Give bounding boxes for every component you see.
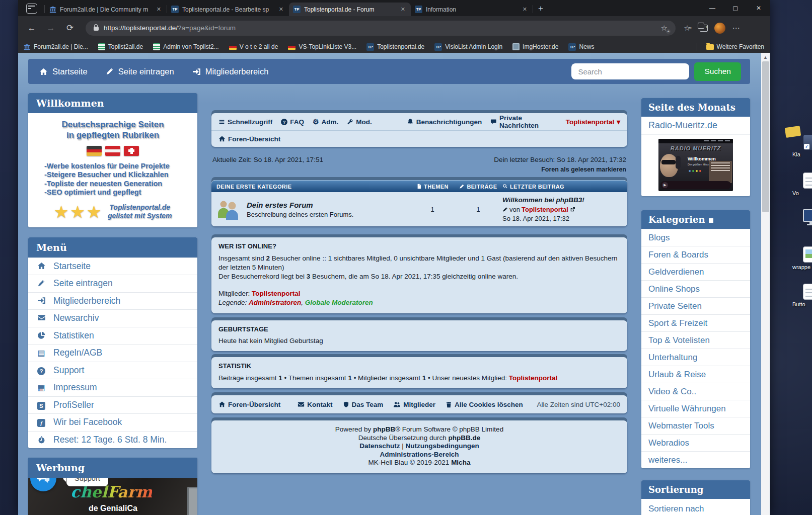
bookmark-toplistenportal[interactable]: TPToplistenportal.de	[366, 43, 424, 51]
category-webradios[interactable]: Webradios	[641, 434, 750, 451]
category-sport-freizeit[interactable]: Sport & Freizeit	[641, 314, 750, 331]
category-urlaub-reise[interactable]: Urlaub & Reise	[641, 366, 750, 383]
category-online-shops[interactable]: Online Shops	[641, 280, 750, 297]
support-chat-button[interactable]	[30, 478, 56, 491]
maximize-button[interactable]: ▢	[724, 0, 747, 16]
new-tab-button[interactable]: +	[538, 4, 543, 14]
footer-das-team[interactable]: Das Team	[343, 401, 384, 408]
sidebar-item-reset-timer[interactable]: Reset: 12 Tage. 6 Std. 8 Min.	[28, 431, 197, 449]
tab-toplistenportal-edit[interactable]: TP Toplistenportal.de - Bearbeite sp ✕	[167, 3, 289, 16]
sidebar-item-support[interactable]: ? Support	[28, 362, 197, 379]
quicklink-faq[interactable]: ? FAQ	[281, 118, 304, 126]
bookmark-toplist2all[interactable]: Toplist2all.de	[98, 43, 143, 50]
close-button[interactable]: ✕	[747, 0, 770, 16]
category-private-seiten[interactable]: Private Seiten	[641, 297, 750, 314]
page-scrollbar[interactable]: ▲	[761, 53, 770, 515]
nutzungsbedingungen-link[interactable]: Nutzungsbedingungen	[406, 442, 479, 450]
nav-seite-eintragen[interactable]: Seite eintragen	[106, 67, 174, 76]
quicklink-mod[interactable]: Mod.	[347, 118, 372, 126]
sidebar-item-impressum[interactable]: ▦ Impressum	[28, 379, 197, 396]
forum-link[interactable]: Dein erstes Forum	[247, 201, 411, 209]
close-icon[interactable]: ✕	[155, 6, 163, 13]
category-virtuelle-waehrungen[interactable]: Virtuelle Währungen	[641, 400, 750, 417]
tab-actions-icon[interactable]	[26, 4, 37, 14]
datenschutz-link[interactable]: Datenschutz	[359, 442, 400, 450]
category-blogs[interactable]: Blogs	[641, 229, 750, 246]
quicklink-private-nachrichten[interactable]: Private Nachrichten	[490, 114, 557, 129]
more-favorites-button[interactable]: Weitere Favoriten	[706, 43, 764, 50]
url-text[interactable]: https://toplistenportal.de/?a=page&id=fo…	[104, 24, 236, 32]
sidebar-item-statistiken[interactable]: Statistiken	[28, 327, 197, 345]
footer-kontakt[interactable]: Kontakt	[298, 401, 332, 408]
search-button[interactable]: Suchen	[694, 62, 741, 81]
external-link-icon[interactable]	[570, 207, 575, 212]
tab-forum2all[interactable]: Forum2all.de | Die Community m ✕	[45, 3, 167, 16]
site-of-month-link[interactable]: Radio-Mueritz.de	[641, 117, 750, 135]
close-icon[interactable]: ✕	[277, 6, 285, 13]
desktop-file-button[interactable]: Butto	[790, 284, 812, 307]
site-of-month-thumbnail[interactable]: RADIO MUERITZ Willkommen Die größten Hit…	[658, 139, 733, 191]
breadcrumb-foren-uebersicht[interactable]: Foren-Übersicht	[218, 135, 280, 143]
sidebar-item-mitgliederbereich[interactable]: Mitgliederbereich	[28, 292, 197, 310]
profile-avatar[interactable]	[712, 21, 728, 36]
quicklink-adm[interactable]: ⚙ Adm.	[313, 118, 338, 126]
bookmark-visiolist-admin[interactable]: TPVisioList Admin Login	[434, 43, 502, 51]
category-video-co[interactable]: Video & Co..	[641, 383, 750, 400]
desktop-shortcut-kla[interactable]: ➹ Kla	[790, 135, 812, 157]
settings-menu-icon[interactable]: ⋯	[728, 21, 744, 36]
close-icon[interactable]: ✕	[399, 6, 407, 13]
collections-icon[interactable]	[696, 21, 712, 36]
category-foren-boards[interactable]: Foren & Boards	[641, 246, 750, 263]
scrollbar-thumb[interactable]	[762, 61, 769, 212]
quicklink-schnellzugriff[interactable]: Schnellzugriff	[218, 118, 272, 126]
category-top-votelisten[interactable]: Top & Votelisten	[641, 331, 750, 349]
forward-button[interactable]: →	[43, 21, 58, 36]
reload-button[interactable]: ⟳	[62, 21, 78, 36]
mark-forums-read-link[interactable]: Foren als gelesen markieren	[212, 166, 626, 173]
ad-banner[interactable]: chelFarm de GenialiCa Support	[28, 478, 197, 515]
sidebar-item-profiseller[interactable]: S ProfiSeller	[28, 396, 197, 414]
scroll-up-icon[interactable]: ▲	[761, 53, 770, 60]
sorting-item[interactable]: Sortieren nach	[641, 499, 750, 515]
back-button[interactable]: ←	[24, 21, 39, 36]
user-menu[interactable]: Toplistenportal ▾	[566, 118, 620, 126]
add-favorite-icon[interactable]: ☆+	[659, 24, 670, 33]
quicklink-benachrichtigungen[interactable]: Benachrichtigungen	[407, 118, 482, 126]
search-input[interactable]	[571, 63, 689, 79]
nav-startseite[interactable]: Startseite	[39, 67, 88, 76]
tab-toplistenportal-forum[interactable]: TP Toplistenportal.de - Forum ✕	[289, 3, 411, 16]
sidebar-item-regeln-agb[interactable]: ▤ Regeln/AGB	[28, 344, 197, 362]
desktop-file-vo[interactable]: Vo	[790, 173, 812, 196]
legend-moderators[interactable]: Globale Moderatoren	[305, 299, 373, 306]
close-icon[interactable]: ✕	[521, 6, 529, 13]
category-weiteres[interactable]: weiteres...	[641, 451, 750, 468]
newest-member-link[interactable]: Toplistenportal	[509, 374, 558, 382]
footer-mitglieder[interactable]: Mitglieder	[393, 401, 435, 408]
last-post-user-link[interactable]: Toplistenportal	[522, 206, 568, 213]
admin-bereich-link[interactable]: Administrations-Bereich	[211, 451, 627, 459]
desktop-image-wrapper[interactable]: wrappe	[790, 246, 812, 270]
last-post-title[interactable]: Willkommen bei phpBB3!	[502, 196, 622, 204]
bookmark-admin-toplist2all[interactable]: Admin von Toplist2...	[153, 43, 219, 50]
footer-cookies-loeschen[interactable]: Alle Cookies löschen	[446, 401, 523, 408]
sidebar-item-startseite[interactable]: Startseite	[28, 258, 197, 275]
footer-foren-uebersicht[interactable]: Foren-Übersicht	[218, 401, 280, 408]
category-name[interactable]: DEINE ERSTE KATEGORIE	[216, 184, 411, 190]
desktop-computer[interactable]	[790, 209, 812, 225]
bookmark-vs-toplinkliste[interactable]: VS-TopLinkListe V3...	[288, 43, 356, 50]
category-webmaster-tools[interactable]: Webmaster Tools	[641, 417, 750, 434]
bookmark-imghoster[interactable]: ImgHoster.de	[512, 43, 558, 50]
bookmark-news[interactable]: TPNews	[568, 43, 594, 51]
address-bar[interactable]: https://toplistenportal.de/?a=page&id=fo…	[86, 21, 676, 36]
bookmark-forum2all[interactable]: Forum2all.de | Die...	[23, 43, 88, 51]
category-unterhaltung[interactable]: Unterhaltung	[641, 349, 750, 366]
nav-mitgliederbereich[interactable]: Mitgliederbereich	[192, 67, 269, 76]
bookmark-vote2allde[interactable]: V o t e 2 all de	[229, 43, 278, 50]
minimize-button[interactable]: —	[701, 0, 724, 16]
support-chat-label[interactable]: Support	[66, 478, 108, 486]
tab-information[interactable]: TP Information ✕	[411, 3, 533, 16]
sidebar-item-newsarchiv[interactable]: Newsarchiv	[28, 309, 197, 327]
sidebar-item-seite-eintragen[interactable]: Seite eintragen	[28, 275, 197, 292]
sidebar-item-facebook[interactable]: f Wir bei Facebook	[28, 413, 197, 431]
favorites-bar-icon[interactable]: ☆≡	[680, 21, 696, 36]
